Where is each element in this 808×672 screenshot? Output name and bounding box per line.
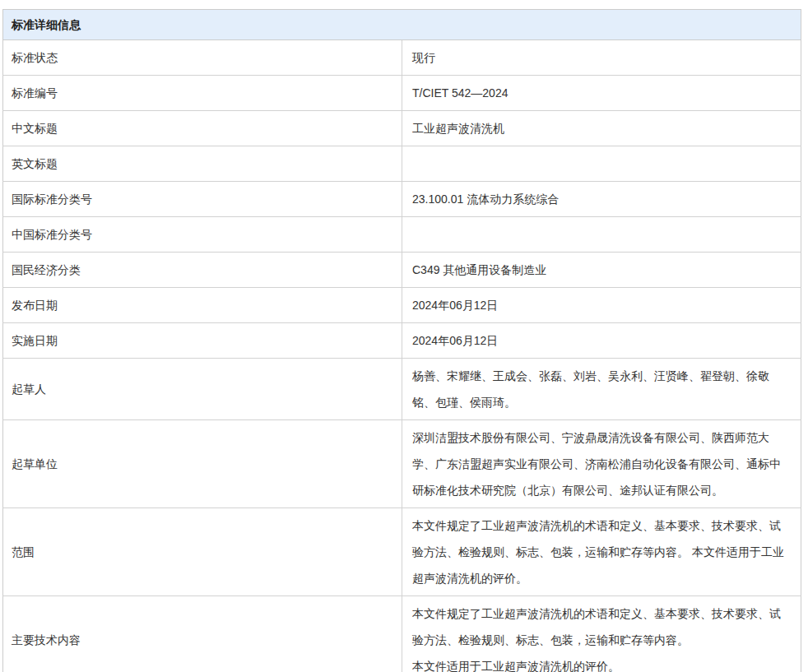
row-value: 工业超声波清洗机 <box>402 111 801 146</box>
technical-content-paragraph-1: 本文件规定了工业超声波清洗机的术语和定义、基本要求、技术要求、试验方法、检验规则… <box>412 600 791 653</box>
row-label: 主要技术内容 <box>3 596 402 672</box>
row-value: 深圳洁盟技术股份有限公司、宁波鼎晟清洗设备有限公司、陕西师范大学、广东洁盟超声实… <box>402 420 801 508</box>
row-label: 发布日期 <box>3 288 402 323</box>
row-value: 2024年06月12日 <box>402 323 801 359</box>
row-value: 本文件规定了工业超声波清洗机的术语和定义、基本要求、技术要求、试验方法、检验规则… <box>402 596 801 672</box>
standard-detail-table: 标准详细信息 标准状态 现行 标准编号 T/CIET 542—2024 中文标题… <box>2 9 801 672</box>
row-value: 2024年06月12日 <box>402 288 801 323</box>
row-label: 范围 <box>3 508 402 596</box>
table-row-main-technical-content: 主要技术内容 本文件规定了工业超声波清洗机的术语和定义、基本要求、技术要求、试验… <box>3 596 801 672</box>
row-value: C349 其他通用设备制造业 <box>402 253 801 288</box>
table-row-ics-number: 国际标准分类号 23.100.01 流体动力系统综合 <box>3 182 801 217</box>
table-row-standard-number: 标准编号 T/CIET 542—2024 <box>3 76 801 111</box>
row-value <box>402 146 801 182</box>
table-row-scope: 范围 本文件规定了工业超声波清洗机的术语和定义、基本要求、技术要求、试验方法、检… <box>3 508 801 596</box>
row-label: 中文标题 <box>3 111 402 146</box>
table-row-drafters: 起草人 杨善、宋耀继、王成会、张磊、刘岩、吴永利、汪贤峰、翟登朝、徐敬铭、包瑾、… <box>3 359 801 420</box>
row-label: 起草单位 <box>3 420 402 508</box>
row-value <box>402 217 801 253</box>
row-value: 23.100.01 流体动力系统综合 <box>402 182 801 217</box>
row-label: 实施日期 <box>3 323 402 359</box>
panel-header-row: 标准详细信息 <box>3 10 801 40</box>
row-value: 现行 <box>402 40 801 76</box>
table-row-ccs-number: 中国标准分类号 <box>3 217 801 253</box>
row-label: 标准编号 <box>3 76 402 111</box>
row-label: 英文标题 <box>3 146 402 182</box>
table-row-publish-date: 发布日期 2024年06月12日 <box>3 288 801 323</box>
row-value: 杨善、宋耀继、王成会、张磊、刘岩、吴永利、汪贤峰、翟登朝、徐敬铭、包瑾、侯雨琦。 <box>402 359 801 420</box>
panel-title: 标准详细信息 <box>3 10 801 40</box>
row-label: 标准状态 <box>3 40 402 76</box>
table-row-english-title: 英文标题 <box>3 146 801 182</box>
row-label: 起草人 <box>3 359 402 420</box>
technical-content-paragraph-2: 本文件适用于工业超声波清洗机的评价。 <box>412 653 791 672</box>
table-row-implement-date: 实施日期 2024年06月12日 <box>3 323 801 359</box>
table-row-chinese-title: 中文标题 工业超声波清洗机 <box>3 111 801 146</box>
row-value: T/CIET 542—2024 <box>402 76 801 111</box>
row-label: 国际标准分类号 <box>3 182 402 217</box>
table-row-drafting-organizations: 起草单位 深圳洁盟技术股份有限公司、宁波鼎晟清洗设备有限公司、陕西师范大学、广东… <box>3 420 801 508</box>
row-label: 国民经济分类 <box>3 253 402 288</box>
row-value: 本文件规定了工业超声波清洗机的术语和定义、基本要求、技术要求、试验方法、检验规则… <box>402 508 801 596</box>
standard-detail-page: 标准详细信息 标准状态 现行 标准编号 T/CIET 542—2024 中文标题… <box>0 0 808 672</box>
table-row-economic-classification: 国民经济分类 C349 其他通用设备制造业 <box>3 253 801 288</box>
row-label: 中国标准分类号 <box>3 217 402 253</box>
table-row-standard-status: 标准状态 现行 <box>3 40 801 76</box>
